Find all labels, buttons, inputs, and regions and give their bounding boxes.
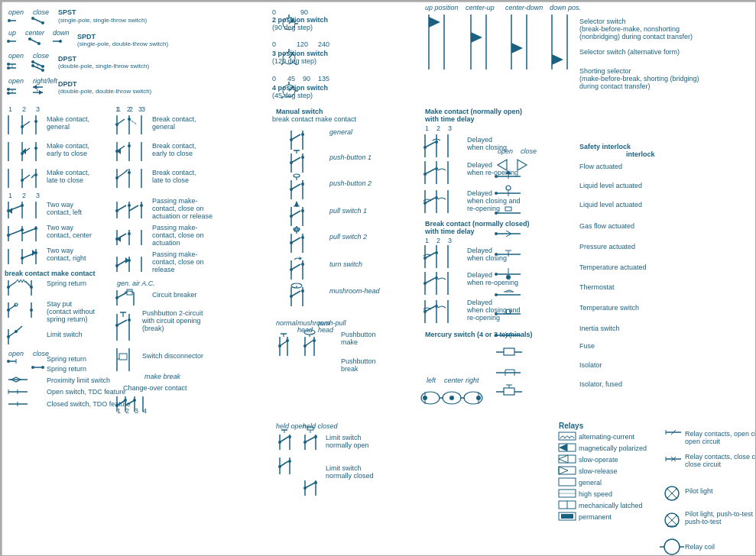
- svg-text:Delayed: Delayed: [467, 299, 492, 306]
- svg-point-306: [290, 188, 293, 191]
- svg-text:3: 3: [135, 407, 138, 415]
- svg-point-79: [21, 179, 24, 182]
- svg-point-556: [476, 396, 481, 400]
- svg-text:Temperature switch: Temperature switch: [579, 304, 639, 312]
- svg-text:(double-pole, double-throw swi: (double-pole, double-throw switch): [58, 88, 152, 95]
- svg-text:actuation or release: actuation or release: [152, 212, 213, 220]
- svg-text:close: close: [33, 8, 49, 16]
- svg-text:Pushbutton: Pushbutton: [341, 331, 376, 338]
- svg-text:1: 1: [425, 124, 429, 132]
- svg-point-492: [495, 192, 498, 195]
- svg-point-175: [128, 144, 131, 147]
- svg-text:Break contact (normally closed: Break contact (normally closed): [425, 220, 530, 228]
- svg-point-125: [7, 309, 10, 312]
- svg-text:held open: held open: [276, 422, 307, 430]
- svg-point-6: [31, 17, 34, 20]
- svg-point-314: [290, 215, 293, 218]
- svg-point-41: [7, 88, 10, 91]
- svg-text:Selector switch: Selector switch: [579, 18, 626, 25]
- svg-text:Switch disconnector: Switch disconnector: [142, 352, 203, 360]
- svg-text:1: 1: [117, 105, 121, 113]
- svg-point-229: [115, 324, 118, 327]
- svg-text:Spring return: Spring return: [47, 365, 86, 373]
- svg-text:Delayed: Delayed: [467, 189, 492, 197]
- svg-point-121: [30, 286, 33, 289]
- svg-text:Passing make-: Passing make-: [152, 251, 198, 258]
- svg-point-479: [435, 305, 438, 308]
- svg-text:2: 2: [436, 237, 440, 244]
- svg-text:2: 2: [22, 105, 26, 113]
- svg-text:Flow actuated: Flow actuated: [579, 163, 622, 170]
- svg-text:contact, close on: contact, close on: [152, 231, 204, 239]
- svg-point-334: [301, 263, 304, 266]
- svg-point-62: [21, 125, 24, 128]
- svg-text:contact, center: contact, center: [47, 231, 92, 239]
- svg-text:pull switch 2: pull switch 2: [329, 233, 367, 241]
- svg-text:Liquid level actuated: Liquid level actuated: [579, 182, 642, 189]
- svg-point-324: [301, 236, 304, 239]
- svg-text:(double-pole, single-throw swi: (double-pole, single-throw switch): [58, 63, 150, 70]
- svg-text:Isolator, fused: Isolator, fused: [579, 380, 622, 388]
- svg-text:during contact transfer): during contact transfer): [579, 82, 651, 90]
- svg-text:when closing and: when closing and: [466, 197, 521, 205]
- svg-point-43: [7, 92, 10, 95]
- svg-text:Limit switch: Limit switch: [47, 331, 83, 338]
- svg-text:contact, close on: contact, close on: [152, 258, 204, 266]
- svg-point-292: [290, 138, 293, 141]
- svg-text:down: down: [53, 29, 70, 37]
- svg-point-165: [115, 123, 118, 126]
- svg-text:135: 135: [318, 75, 329, 82]
- svg-point-469: [423, 282, 427, 285]
- svg-point-431: [423, 146, 427, 149]
- svg-text:actuation: actuation: [152, 239, 180, 247]
- svg-text:Inertia switch: Inertia switch: [579, 325, 620, 332]
- svg-point-7: [41, 21, 44, 24]
- svg-text:release: release: [152, 266, 175, 273]
- svg-point-307: [301, 183, 304, 186]
- svg-text:Pushbutton 2-circuit: Pushbutton 2-circuit: [142, 309, 203, 317]
- svg-text:spring return): spring return): [47, 315, 88, 323]
- svg-text:Delayed: Delayed: [467, 247, 492, 254]
- svg-text:open: open: [8, 77, 24, 85]
- svg-text:Relays: Relays: [559, 422, 584, 430]
- svg-text:DPST: DPST: [58, 55, 77, 63]
- svg-text:open: open: [8, 8, 24, 16]
- svg-point-255: [133, 399, 136, 402]
- svg-text:Passing make-: Passing make-: [152, 224, 198, 231]
- svg-point-487: [495, 175, 498, 178]
- svg-point-70: [21, 152, 24, 155]
- svg-text:down pos.: down pos.: [550, 4, 581, 11]
- svg-point-19: [59, 40, 62, 43]
- svg-point-376: [278, 441, 281, 444]
- svg-text:up: up: [8, 29, 16, 37]
- svg-point-390: [278, 465, 281, 468]
- relay-type-permanent-label: permanent: [579, 513, 612, 521]
- svg-point-183: [115, 176, 118, 179]
- svg-point-362: [313, 339, 316, 342]
- svg-text:SPDT: SPDT: [77, 33, 96, 40]
- svg-text:held closed: held closed: [303, 422, 339, 430]
- svg-text:center-up: center-up: [466, 4, 495, 11]
- svg-point-222: [115, 296, 118, 299]
- svg-point-299: [301, 156, 304, 159]
- pilot-light-push-label: Pilot light, push-to-test: [685, 510, 754, 518]
- svg-point-391: [288, 460, 291, 463]
- svg-text:2: 2: [129, 105, 133, 113]
- svg-text:Pressure actuated: Pressure actuated: [579, 243, 635, 251]
- svg-text:with circuit opening: with circuit opening: [141, 317, 201, 325]
- svg-text:right: right: [466, 377, 479, 384]
- pilot-light-push-label2: push-to-test: [685, 518, 722, 525]
- svg-text:Delayed: Delayed: [467, 136, 492, 144]
- svg-point-361: [303, 344, 307, 348]
- svg-text:Selector switch (alternative f: Selector switch (alternative form): [579, 48, 680, 56]
- svg-text:3: 3: [36, 192, 40, 199]
- svg-point-440: [435, 167, 438, 170]
- svg-text:center: center: [25, 29, 45, 37]
- svg-text:turn switch: turn switch: [329, 260, 362, 268]
- svg-point-384: [314, 435, 317, 438]
- svg-point-513: [506, 275, 511, 280]
- svg-text:(break): (break): [142, 325, 164, 332]
- svg-point-377: [288, 435, 291, 438]
- svg-text:Spring return: Spring return: [47, 355, 86, 363]
- svg-point-128: [30, 309, 33, 312]
